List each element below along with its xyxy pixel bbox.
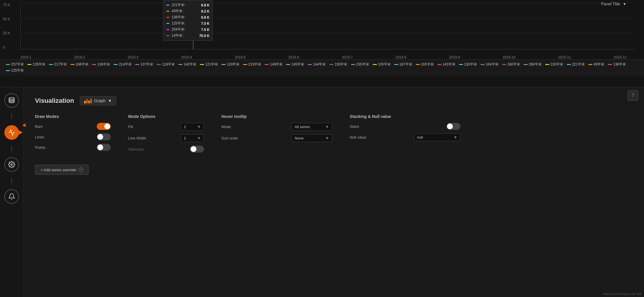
x-label: 2019-7: [342, 55, 353, 59]
mode-select[interactable]: All series ▼: [291, 123, 332, 131]
dropdown-arrow: ▼: [197, 125, 201, 129]
line-width-label: Line Width: [128, 136, 154, 140]
viz-type-chevron: ▼: [108, 98, 112, 103]
null-value-value: null: [417, 135, 423, 139]
draw-modes-section: Draw Modes Bars Lines Points: [35, 114, 111, 156]
x-label: 2019-2: [74, 55, 85, 59]
legend-item[interactable]: 150平米: [329, 62, 347, 67]
x-label: 2019-8: [395, 55, 406, 59]
legend-item[interactable]: 220平米: [545, 62, 563, 67]
legend-item[interactable]: 166平米: [71, 62, 89, 67]
dropdown-arrow: ▼: [325, 125, 329, 129]
legend-item[interactable]: 121平米: [200, 62, 218, 67]
chart-area: Panel Title ▼ 221平米: 6.8 K 49平米: 8.2 K 1…: [0, 0, 644, 87]
tooltip-value: 70.0 K: [195, 34, 210, 38]
tooltip-color-dot: [166, 11, 169, 12]
mode-row: Mode All series ▼: [221, 123, 332, 131]
legend-item[interactable]: 164平米: [481, 62, 499, 67]
legend-row-1: 257平米 135平米 217平米 166平米 136平米 214平米 137平…: [0, 59, 644, 75]
tooltip-value: 8.2 K: [195, 9, 210, 13]
legend-item[interactable]: 130平米: [459, 62, 477, 67]
tooltip-label: 221平米:: [172, 3, 193, 8]
staircase-label: Staircase: [128, 147, 154, 151]
stacking-title: Stacking & Null value: [350, 114, 460, 119]
legend-item[interactable]: 160平米: [502, 62, 520, 67]
tooltip-row: 221平米: 6.8 K: [166, 2, 210, 8]
legend-item[interactable]: 143平米: [437, 62, 455, 67]
legend-item[interactable]: 125平米: [6, 68, 24, 73]
legend-item[interactable]: 260平米: [524, 62, 542, 67]
legend-item[interactable]: 214平米: [114, 62, 132, 67]
fill-label: Fill: [128, 125, 154, 129]
visualization-panel: Visualization Graph ▼ Draw Modes Bars: [23, 87, 644, 297]
x-label: 2019-10: [503, 55, 515, 59]
sidebar-icon-chart[interactable]: [4, 125, 19, 140]
legend-item[interactable]: 135平米: [27, 62, 45, 67]
sidebar: [0, 87, 23, 297]
bars-toggle[interactable]: [97, 123, 111, 130]
x-label: 2019-6: [288, 55, 299, 59]
legend-item[interactable]: 235平米: [351, 62, 369, 67]
stack-row: Stack: [350, 123, 460, 130]
legend-item[interactable]: 144平米: [308, 62, 326, 67]
sidebar-icon-settings[interactable]: [4, 157, 19, 172]
legend-item[interactable]: 167平米: [394, 62, 412, 67]
sidebar-icon-bell[interactable]: [4, 189, 19, 204]
points-label: Points: [35, 145, 61, 150]
tooltip-value: 7.0 K: [195, 22, 210, 26]
viz-type-selector[interactable]: Graph ▼: [80, 96, 116, 105]
tooltip-color-dot: [166, 5, 169, 6]
lines-toggle[interactable]: [97, 133, 111, 140]
line-width-select[interactable]: 1 ▼: [181, 134, 204, 142]
legend-item[interactable]: 142平米: [178, 62, 196, 67]
tooltip-color-dot: [166, 35, 169, 36]
null-value-label: Null value: [350, 135, 376, 139]
legend-item[interactable]: 138平米: [608, 62, 626, 67]
null-value-select[interactable]: null ▼: [414, 133, 460, 141]
legend-item[interactable]: 105平米: [373, 62, 391, 67]
tooltip-label: 125平米:: [172, 21, 193, 26]
stack-toggle[interactable]: [446, 123, 460, 130]
points-toggle[interactable]: [97, 144, 111, 151]
legend-item[interactable]: 165平米: [416, 62, 434, 67]
main-content: Visualization Graph ▼ Draw Modes Bars: [0, 87, 644, 297]
legend-item[interactable]: 119平米: [157, 62, 175, 67]
legend-item[interactable]: 49平米: [588, 62, 604, 67]
tooltip-row: 125平米: 7.0 K: [166, 20, 210, 26]
add-series-override-button[interactable]: + Add series override ?: [35, 165, 89, 175]
legend-item[interactable]: 215平米: [243, 62, 261, 67]
staircase-toggle[interactable]: [190, 146, 204, 153]
line-width-row: Line Width 1 ▼: [128, 134, 204, 142]
sort-order-row: Sort order None ▼: [221, 134, 332, 142]
sidebar-connector: [11, 114, 12, 119]
draw-modes-title: Draw Modes: [35, 114, 111, 119]
dropdown-arrow: ▼: [325, 136, 329, 140]
grid-line: [21, 33, 635, 34]
legend-item[interactable]: 145平米: [286, 62, 304, 67]
viz-type-label: Graph: [94, 98, 105, 103]
sidebar-icon-database[interactable]: [4, 93, 19, 108]
add-series-help-icon[interactable]: ?: [78, 167, 83, 172]
x-label: 2019-11: [558, 55, 571, 59]
legend-item[interactable]: 257平米: [6, 62, 24, 67]
tooltip-label: 49平米:: [172, 9, 193, 14]
legend-item[interactable]: 137平米: [135, 62, 153, 67]
legend-item[interactable]: 221平米: [567, 62, 585, 67]
legend-item[interactable]: 217平米: [49, 62, 67, 67]
sidebar-connector: [11, 146, 12, 151]
fill-select[interactable]: 1 ▼: [181, 123, 204, 131]
dropdown-arrow: ▼: [197, 136, 201, 140]
tooltip-label: 138平米:: [172, 15, 193, 20]
legend-item[interactable]: 149平米: [265, 62, 283, 67]
y-axis-labels: 75 K 50 K 25 K 0: [3, 3, 10, 50]
sort-order-label: Sort order: [221, 136, 248, 140]
tooltip-color-dot: [166, 23, 169, 24]
sidebar-connector: [11, 178, 12, 183]
x-label: 2019-12: [614, 55, 627, 59]
toggle-knob: [191, 146, 196, 152]
add-series-label: + Add series override: [41, 168, 76, 172]
legend-item[interactable]: 120平米: [221, 62, 240, 67]
help-button[interactable]: ?: [628, 90, 638, 101]
sort-order-select[interactable]: None ▼: [291, 134, 332, 142]
legend-item[interactable]: 136平米: [92, 62, 110, 67]
